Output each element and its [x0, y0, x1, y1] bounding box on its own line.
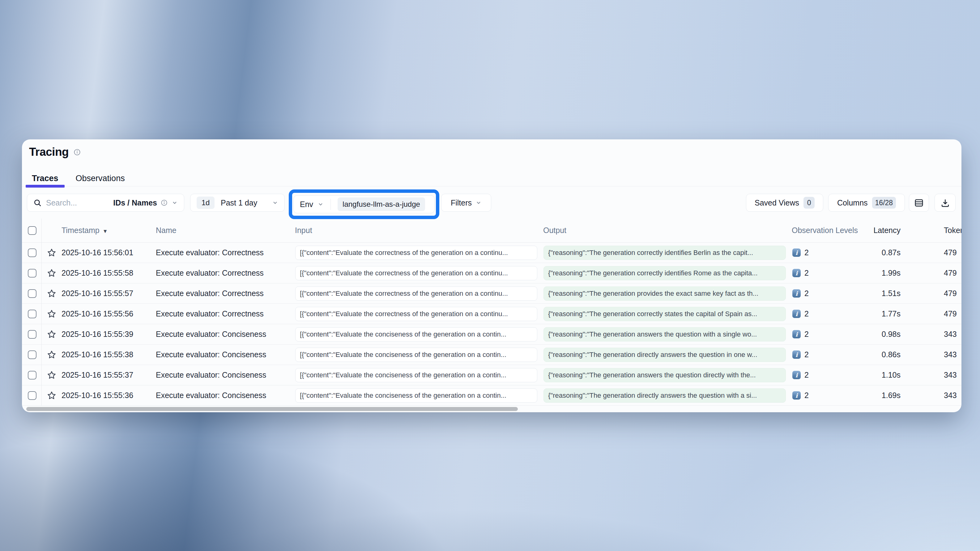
- page-title: Tracing: [29, 146, 68, 159]
- row-tokens: 343→: [913, 330, 961, 339]
- header-timestamp[interactable]: Timestamp▼: [62, 226, 156, 235]
- row-checkbox-cell: [22, 385, 42, 405]
- table-body: 2025-10-16 15:56:01 Execute evaluator: C…: [22, 243, 961, 406]
- input-preview: [{"content":"Evaluate the conciseness of…: [295, 327, 537, 341]
- row-checkbox[interactable]: [28, 269, 37, 278]
- horizontal-scrollbar: [22, 406, 961, 412]
- output-preview: {"reasoning":"The generation directly an…: [544, 348, 786, 362]
- header-input[interactable]: Input: [295, 226, 543, 235]
- row-output-cell: {"reasoning":"The generation provides th…: [543, 286, 792, 301]
- bookmark-star-icon[interactable]: [47, 329, 57, 339]
- row-observation-levels: i 2: [792, 330, 866, 339]
- row-tokens: 479→: [913, 248, 961, 257]
- columns-button[interactable]: Columns 16/28: [828, 194, 905, 212]
- row-checkbox-cell: [22, 263, 42, 283]
- table-row[interactable]: 2025-10-16 15:55:58 Execute evaluator: C…: [22, 263, 961, 283]
- env-filter-highlight-annotation: Env langfuse-llm-as-a-judge: [289, 189, 439, 219]
- row-height-icon: [914, 198, 924, 208]
- chevron-down-icon: [272, 200, 278, 206]
- time-range-control[interactable]: 1d Past 1 day: [190, 194, 285, 212]
- output-preview: {"reasoning":"The generation correctly i…: [544, 266, 786, 280]
- token-arrow: →: [961, 248, 961, 257]
- row-checkbox-cell: [22, 365, 42, 385]
- row-checkbox-cell: [22, 243, 42, 263]
- filters-button[interactable]: Filters: [441, 194, 491, 212]
- table-row[interactable]: 2025-10-16 15:56:01 Execute evaluator: C…: [22, 243, 961, 263]
- row-checkbox[interactable]: [28, 391, 37, 400]
- row-name: Execute evaluator: Correctness: [156, 309, 295, 318]
- row-output-cell: {"reasoning":"The generation answers the…: [543, 327, 792, 341]
- search-scope-selector[interactable]: IDs / Names: [113, 198, 178, 207]
- row-output-cell: {"reasoning":"The generation directly an…: [543, 389, 792, 403]
- search-input[interactable]: [46, 198, 99, 207]
- env-filter-control[interactable]: Env langfuse-llm-as-a-judge: [293, 195, 435, 213]
- table-row[interactable]: 2025-10-16 15:55:38 Execute evaluator: C…: [22, 345, 961, 365]
- output-preview: {"reasoning":"The generation provides th…: [544, 286, 786, 301]
- bookmark-star-icon[interactable]: [47, 391, 57, 400]
- time-range-label: Past 1 day: [221, 198, 257, 207]
- token-count: 479: [944, 248, 957, 257]
- header-output[interactable]: Output: [543, 226, 792, 235]
- observation-level-count: 2: [804, 370, 809, 380]
- bookmark-star-icon[interactable]: [47, 370, 57, 380]
- header-checkbox-cell: [22, 219, 42, 242]
- table-row[interactable]: 2025-10-16 15:55:36 Execute evaluator: C…: [22, 385, 961, 406]
- tracing-panel: Tracing Traces Observations IDs / Names: [22, 140, 961, 412]
- chevron-down-icon: [318, 201, 324, 207]
- row-checkbox[interactable]: [28, 371, 37, 380]
- token-count: 343: [944, 370, 957, 379]
- observation-level-count: 2: [804, 330, 809, 339]
- token-arrow: →: [961, 268, 961, 277]
- input-preview: [{"content":"Evaluate the correctness of…: [295, 246, 537, 260]
- row-output-cell: {"reasoning":"The generation answers the…: [543, 368, 792, 382]
- header-tokens[interactable]: Tokens: [913, 226, 961, 235]
- bookmark-star-icon[interactable]: [47, 248, 57, 258]
- output-preview: {"reasoning":"The generation correctly i…: [544, 246, 786, 260]
- header-latency[interactable]: Latency: [866, 226, 913, 235]
- header-observation-levels[interactable]: Observation Levels: [792, 226, 866, 235]
- token-arrow: →: [961, 330, 961, 338]
- token-count: 343: [944, 330, 957, 338]
- header-name[interactable]: Name: [156, 226, 295, 235]
- env-selected-badge[interactable]: langfuse-llm-as-a-judge: [337, 197, 425, 211]
- row-checkbox[interactable]: [28, 330, 37, 339]
- bookmark-star-icon[interactable]: [47, 309, 57, 319]
- row-star-cell: [42, 350, 62, 360]
- export-button[interactable]: [935, 194, 956, 212]
- row-name: Execute evaluator: Conciseness: [156, 370, 295, 380]
- table-row[interactable]: 2025-10-16 15:55:39 Execute evaluator: C…: [22, 324, 961, 345]
- row-height-button[interactable]: [909, 194, 929, 212]
- row-checkbox[interactable]: [28, 310, 37, 318]
- info-level-icon: i: [792, 351, 801, 359]
- table-row[interactable]: 2025-10-16 15:55:57 Execute evaluator: C…: [22, 283, 961, 304]
- row-latency: 1.77s: [866, 309, 913, 318]
- sort-desc-icon: ▼: [103, 229, 108, 234]
- columns-count-badge: 16/28: [872, 197, 896, 209]
- row-observation-levels: i 2: [792, 370, 866, 380]
- search-control[interactable]: IDs / Names: [27, 194, 184, 212]
- title-info-icon[interactable]: [73, 149, 81, 156]
- row-checkbox[interactable]: [28, 248, 37, 257]
- info-level-icon: i: [792, 391, 801, 400]
- row-checkbox[interactable]: [28, 289, 37, 298]
- row-input-cell: [{"content":"Evaluate the conciseness of…: [295, 389, 543, 403]
- row-input-cell: [{"content":"Evaluate the conciseness of…: [295, 368, 543, 382]
- row-checkbox-cell: [22, 304, 42, 324]
- tab-observations[interactable]: Observations: [70, 171, 131, 186]
- row-input-cell: [{"content":"Evaluate the correctness of…: [295, 266, 543, 280]
- observation-level-count: 2: [804, 309, 809, 318]
- bookmark-star-icon[interactable]: [47, 289, 57, 299]
- row-latency: 0.98s: [866, 330, 913, 339]
- bookmark-star-icon[interactable]: [47, 350, 57, 360]
- row-tokens: 343→: [913, 370, 961, 380]
- table-row[interactable]: 2025-10-16 15:55:37 Execute evaluator: C…: [22, 365, 961, 385]
- select-all-checkbox[interactable]: [28, 226, 37, 235]
- row-latency: 1.69s: [866, 391, 913, 400]
- tab-traces[interactable]: Traces: [25, 171, 65, 186]
- table-row[interactable]: 2025-10-16 15:55:56 Execute evaluator: C…: [22, 304, 961, 324]
- row-name: Execute evaluator: Conciseness: [156, 391, 295, 400]
- saved-views-button[interactable]: Saved Views 0: [746, 194, 823, 212]
- bookmark-star-icon[interactable]: [47, 268, 57, 278]
- row-checkbox[interactable]: [28, 351, 37, 359]
- horizontal-scrollbar-thumb[interactable]: [26, 407, 518, 411]
